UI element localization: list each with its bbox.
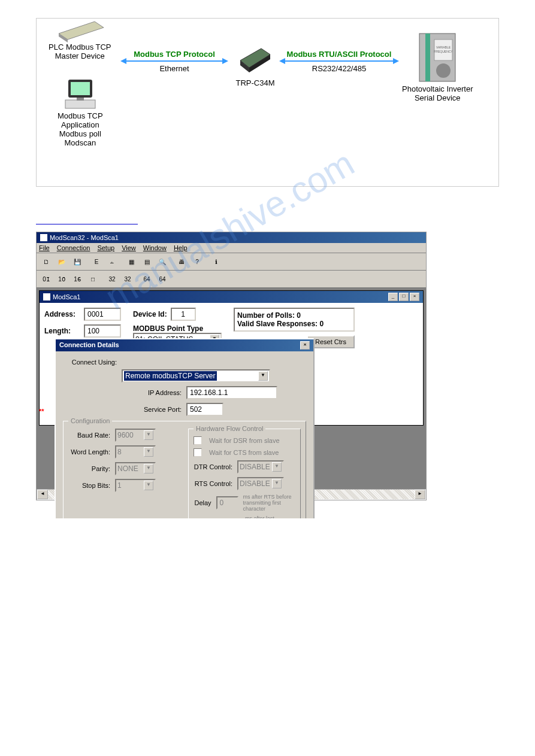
tb-help[interactable]: ?	[190, 255, 204, 268]
chevron-down-icon: ▼	[144, 447, 153, 457]
devid-input[interactable]	[171, 308, 196, 321]
chevron-down-icon: ▼	[144, 430, 153, 440]
tb-c1[interactable]: E	[89, 255, 104, 268]
sub-title: ModSca1	[53, 293, 80, 300]
hwflow-group: Wait for DSR from slave Wait for CTS fro…	[188, 429, 301, 518]
chevron-down-icon: ▼	[272, 462, 282, 472]
svg-rect-10	[425, 34, 430, 81]
chevron-down-icon: ▼	[258, 371, 268, 381]
dtr-label: DTR Control:	[194, 463, 232, 470]
stop-label: Stop Bits:	[68, 482, 110, 489]
cts-label: Wait for CTS from slave	[209, 449, 279, 456]
stop-dropdown: 1▼	[115, 479, 156, 492]
inverter-icon: VARIABLEFREQUENCY	[416, 31, 458, 84]
stats-box: Number of Polls: 0 Valid Slave Responses…	[234, 308, 355, 332]
menu-connection[interactable]: Connection	[57, 244, 90, 251]
address-input[interactable]	[84, 308, 121, 321]
tb-f4[interactable]: □	[86, 272, 100, 286]
length-label: Length:	[44, 327, 80, 335]
svg-text:VARIABLE: VARIABLE	[436, 45, 451, 49]
length-input[interactable]	[84, 324, 121, 338]
tb-f6[interactable]: 32	[120, 272, 135, 286]
app-icon	[40, 234, 47, 241]
pc-label: Modbus TCP Application Modbus poll Modsc…	[58, 111, 103, 147]
max-button[interactable]: □	[399, 293, 409, 301]
menu-window[interactable]: Window	[143, 244, 167, 251]
menu-view[interactable]: View	[122, 244, 136, 251]
ip-input[interactable]	[186, 386, 277, 399]
menu-setup[interactable]: Setup	[97, 244, 114, 251]
arrow2-bot-label: RS232/422/485	[282, 64, 396, 73]
svg-text:FREQUENCY: FREQUENCY	[434, 50, 454, 53]
arrow-serial: Modbus RTU/ASCII Protocol RS232/422/485	[282, 60, 396, 62]
address-label: Address:	[44, 310, 80, 318]
tb-d3[interactable]: 🔍	[155, 255, 170, 268]
tb-f2[interactable]: 10̄	[55, 272, 69, 286]
modscan-window: ModScan32 - ModSca1 File Connection Setu…	[36, 232, 427, 500]
toolbar-main: 🗋 📂 💾 E ⫠ ▦ ▤ 🔍 🖶 ? ℹ	[37, 253, 426, 271]
tb-f3[interactable]: 16̄	[70, 272, 84, 286]
gateway-device: TRP-C34M	[234, 42, 276, 87]
app-title: ModScan32 - ModSca1	[50, 234, 119, 241]
sub-icon	[43, 293, 50, 300]
tb-c2[interactable]: ⫠	[105, 255, 119, 268]
scroll-right-icon[interactable]: ►	[415, 490, 425, 499]
tb-about[interactable]: ℹ	[209, 255, 223, 268]
dialog-titlebar: Connection Details×	[56, 339, 313, 351]
tb-f1[interactable]: 01̄	[39, 272, 53, 286]
delay2-text: ms after last character before releasing…	[245, 515, 295, 518]
word-value: 8	[117, 448, 122, 456]
ip-label: IP Address:	[140, 389, 182, 396]
devid-label: Device Id:	[133, 310, 167, 318]
scroll-left-icon[interactable]: ◄	[37, 490, 48, 499]
tb-new[interactable]: 🗋	[39, 255, 53, 268]
parity-value: NONE	[117, 464, 138, 473]
arrow1-bot-label: Ethernet	[123, 64, 225, 73]
dialog-close-button[interactable]: ×	[300, 341, 310, 350]
gateway-label: TRP-C34M	[234, 78, 276, 87]
computer-icon	[62, 78, 98, 111]
error-mark: **	[39, 408, 44, 415]
inverter-device: VARIABLEFREQUENCY Photovoltaic Inverter …	[402, 31, 473, 102]
cts-checkbox	[194, 448, 202, 457]
tb-f8[interactable]: 64	[155, 272, 170, 286]
menu-help[interactable]: Help	[174, 244, 188, 251]
tb-d1[interactable]: ▦	[124, 255, 138, 268]
parity-label: Parity:	[68, 465, 110, 472]
arrow2-top-label: Modbus RTU/ASCII Protocol	[282, 50, 396, 59]
plc-device: PLC Modbus TCP Master Device	[49, 19, 111, 60]
tb-d2[interactable]: ▤	[140, 255, 154, 268]
tb-save[interactable]: 💾	[70, 255, 84, 268]
inverter-label: Photovoltaic Inverter Serial Device	[402, 84, 473, 102]
tb-f5[interactable]: 32	[105, 272, 119, 286]
dsr-checkbox	[194, 436, 202, 445]
pc-device: Modbus TCP Application Modbus poll Modsc…	[58, 78, 103, 147]
svg-rect-5	[77, 98, 84, 101]
svg-rect-3	[71, 82, 90, 95]
link-placeholder[interactable]	[36, 217, 138, 224]
min-button[interactable]: _	[388, 293, 398, 301]
config-group: Baud Rate:9600▼ Word Length:8▼ Parity:NO…	[63, 421, 306, 518]
connect-dropdown[interactable]: Remote modbusTCP Server▼	[122, 369, 270, 382]
ptype-label: MODBUS Point Type	[133, 324, 222, 333]
menubar: File Connection Setup View Window Help	[37, 243, 426, 253]
parity-dropdown: NONE▼	[115, 462, 156, 475]
svg-rect-4	[65, 100, 95, 108]
tb-print[interactable]: 🖶	[174, 255, 189, 268]
topology-diagram: PLC Modbus TCP Master Device Modbus TCP …	[36, 18, 499, 187]
word-dropdown: 8▼	[115, 445, 156, 459]
menu-file[interactable]: File	[39, 244, 50, 251]
connection-dialog: Connection Details× Connect Using: Remot…	[55, 338, 315, 518]
rts-value: DISABLE	[240, 479, 270, 488]
tb-f7[interactable]: 64	[140, 272, 154, 286]
plc-label: PLC Modbus TCP Master Device	[49, 42, 111, 60]
chevron-down-icon: ▼	[144, 481, 153, 490]
port-input[interactable]	[186, 403, 223, 416]
dialog-title: Connection Details	[59, 341, 119, 350]
tb-open[interactable]: 📂	[55, 255, 69, 268]
arrow-ethernet: Modbus TCP Protocol Ethernet	[123, 60, 225, 62]
port-label: Service Port:	[140, 406, 182, 413]
svg-marker-0	[59, 22, 104, 40]
close-button[interactable]: ×	[410, 293, 419, 301]
app-titlebar: ModScan32 - ModSca1	[37, 232, 426, 243]
